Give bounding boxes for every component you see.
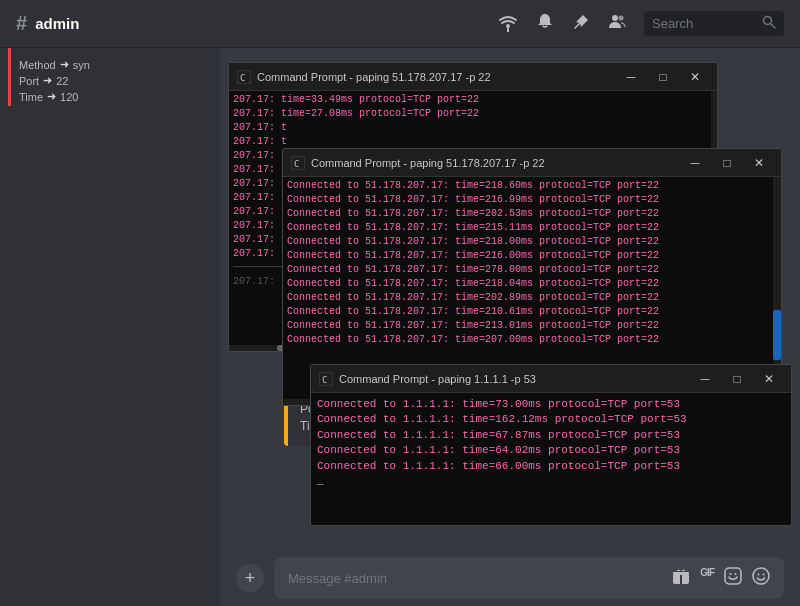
cmd-line: Connected to 1.1.1.1: time=73.00ms proto… [317,397,785,412]
cmd-title: Command Prompt - paping 51.178.207.17 -p… [311,157,675,169]
search-placeholder: Search [652,16,693,31]
method-value: syn [73,59,90,71]
topbar-icons: Search [498,11,784,36]
message-input[interactable]: Message #admin GIF [274,557,784,599]
gift-icon[interactable] [672,567,690,589]
svg-point-27 [735,573,737,575]
time-value: 120 [60,91,78,103]
input-placeholder: Message #admin [288,571,387,586]
svg-point-28 [753,568,769,584]
svg-point-4 [619,15,624,20]
close-button[interactable]: ✕ [681,67,709,87]
minimize-button[interactable]: ─ [691,369,719,389]
cmd-line: Connected to 1.1.1.1: time=162.12ms prot… [317,412,785,427]
maximize-button[interactable]: □ [723,369,751,389]
search-icon [762,15,776,32]
svg-text:C: C [294,159,299,169]
cmd-line: 207.17: t [233,121,713,135]
cmd-icon: C [291,156,305,170]
cmd-line: Connected to 51.178.207.17: time=202.89m… [287,291,771,305]
cmd-line: Connected to 51.178.207.17: time=207.00m… [287,333,771,347]
svg-line-6 [771,24,775,28]
method-label: Method [19,59,56,71]
message-input-bar: + Message #admin GIF [220,550,800,606]
chat-area: S silk Today at 16:14 -ssh 5.59.249.48 2… [220,48,800,606]
main-layout: Method ➜ syn Port ➜ 22 Time ➜ 120 [0,48,800,606]
svg-text:C: C [240,73,245,83]
cmd-title: Command Prompt - paping 1.1.1.1 -p 53 [339,373,685,385]
cmd-controls: ─ □ ✕ [681,153,773,173]
svg-point-5 [764,17,772,25]
cmd-line: Connected to 51.178.207.17: time=215.11m… [287,221,771,235]
cmd-line: Connected to 1.1.1.1: time=67.87ms proto… [317,428,785,443]
cmd-line: Connected to 51.178.207.17: time=213.01m… [287,319,771,333]
cmd-line: Connected to 51.178.207.17: time=216.00m… [287,249,771,263]
svg-text:C: C [322,375,327,385]
cmd-line: 207.17: t [233,135,713,149]
port-value: 22 [56,75,68,87]
hash-icon: # [16,12,27,35]
cmd-line: Connected to 51.178.207.17: time=202.53m… [287,207,771,221]
close-button[interactable]: ✕ [755,369,783,389]
cmd-line: Connected to 51.178.207.17: time=218.04m… [287,277,771,291]
cmd-icon: C [237,70,251,84]
cmd-controls: ─ □ ✕ [691,369,783,389]
cmd-line: Connected to 51.178.207.17: time=210.61m… [287,305,771,319]
bell-icon[interactable] [536,13,554,35]
cmd-titlebar: C Command Prompt - paping 1.1.1.1 -p 53 … [311,365,791,393]
cmd-cursor: _ [317,474,785,489]
svg-point-26 [730,573,732,575]
maximize-button[interactable]: □ [713,153,741,173]
time-label: Time [19,91,43,103]
search-box[interactable]: Search [644,11,784,36]
port-label: Port [19,75,39,87]
cmd-content: Connected to 1.1.1.1: time=73.00ms proto… [311,393,791,525]
cmd-icon: C [319,372,333,386]
svg-point-3 [612,15,618,21]
cmd-titlebar: C Command Prompt - paping 51.178.207.17 … [283,149,781,177]
minimize-button[interactable]: ─ [617,67,645,87]
cmd-line: Connected to 1.1.1.1: time=64.02ms proto… [317,443,785,458]
sticker-icon[interactable] [724,567,742,589]
svg-rect-24 [673,572,689,575]
emoji-icon[interactable] [752,567,770,589]
cmd-scrollbar-thumb [773,310,781,360]
cmd-line: Connected to 51.178.207.17: time=218.60m… [287,179,771,193]
cmd-line: 207.17: time=33.49ms protocol=TCP port=2… [233,93,713,107]
pin-icon[interactable] [572,13,590,35]
close-button[interactable]: ✕ [745,153,773,173]
maximize-button[interactable]: □ [649,67,677,87]
svg-point-29 [758,574,760,576]
cmd-line: Connected to 51.178.207.17: time=278.00m… [287,263,771,277]
svg-line-2 [575,23,580,28]
minimize-button[interactable]: ─ [681,153,709,173]
cmd-window-3[interactable]: C Command Prompt - paping 1.1.1.1 -p 53 … [310,364,792,526]
input-icons: GIF [672,567,770,589]
cmd-titlebar: C Command Prompt - paping 51.178.207.17 … [229,63,717,91]
cmd-line: 207.17: time=27.08ms protocol=TCP port=2… [233,107,713,121]
gif-icon[interactable]: GIF [700,567,714,589]
sidebar: Method ➜ syn Port ➜ 22 Time ➜ 120 [0,48,220,606]
topbar: # admin [0,0,800,48]
cmd-controls: ─ □ ✕ [617,67,709,87]
add-button[interactable]: + [236,564,264,592]
notifications-icon[interactable] [498,12,518,36]
channel-name: admin [35,15,79,32]
members-icon[interactable] [608,13,626,35]
cmd-title: Command Prompt - paping 51.178.207.17 -p… [257,71,611,83]
cmd-line: Connected to 51.178.207.17: time=216.99m… [287,193,771,207]
cmd-line: Connected to 51.178.207.17: time=218.00m… [287,235,771,249]
svg-point-30 [763,574,765,576]
svg-rect-25 [725,568,741,584]
cmd-line: Connected to 1.1.1.1: time=66.00ms proto… [317,459,785,474]
